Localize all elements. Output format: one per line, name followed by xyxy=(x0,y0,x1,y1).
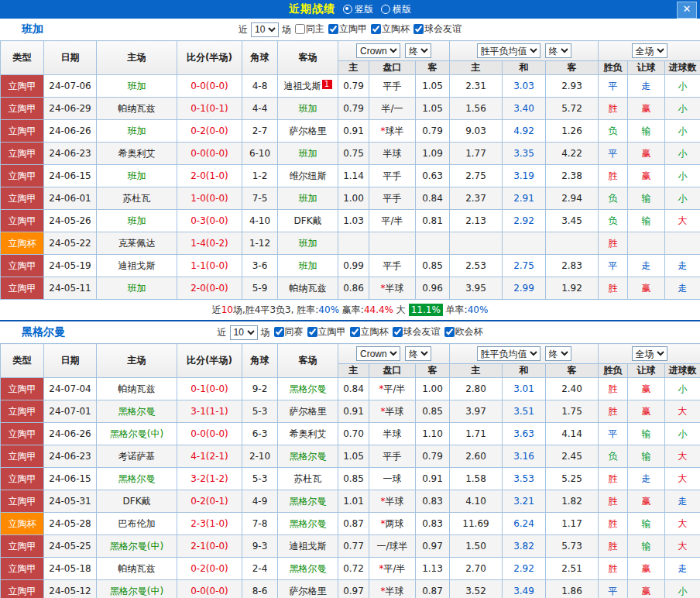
away-team-name[interactable]: 迪祖戈斯 xyxy=(290,541,327,552)
home-team-name[interactable]: 班加 xyxy=(128,81,146,91)
home-team-name[interactable]: DFK戴 xyxy=(122,496,150,507)
avg-odds-select[interactable]: 胜平负均值 xyxy=(477,43,540,58)
asian-away-odds-cell: 0.63 xyxy=(416,165,450,187)
filter-option-立陶甲[interactable]: 立陶甲 xyxy=(304,325,346,339)
away-team-name[interactable]: 班加 xyxy=(299,193,317,204)
result-cell: 平 xyxy=(599,580,628,598)
filter-checkbox[interactable] xyxy=(295,24,305,34)
radio-unselected-icon[interactable] xyxy=(381,5,390,14)
filter-checkbox[interactable] xyxy=(393,327,403,337)
home-team-name[interactable]: 帕纳瓦兹 xyxy=(118,383,156,394)
away-team-name[interactable]: 黑格尔曼 xyxy=(290,518,327,529)
home-team-name[interactable]: 黑格尔曼(中) xyxy=(110,428,163,439)
euro-final-select[interactable]: 终 xyxy=(545,43,571,58)
filter-checkbox[interactable] xyxy=(350,327,360,337)
home-team-name[interactable]: 考诺萨基 xyxy=(118,451,156,462)
filter-checkbox[interactable] xyxy=(328,24,338,34)
away-team-name[interactable]: 黑格尔曼 xyxy=(290,451,327,462)
filter-option-球会友谊[interactable]: 球会友谊 xyxy=(410,22,462,36)
avg-odds-select[interactable]: 胜平负均值 xyxy=(477,346,540,361)
filter-option-立陶杯[interactable]: 立陶杯 xyxy=(346,325,389,339)
home-team-name[interactable]: 迪祖戈斯 xyxy=(118,260,156,271)
recent-count-select[interactable]: 10 xyxy=(251,22,279,37)
away-team-name[interactable]: 班加 xyxy=(299,238,317,249)
close-icon[interactable]: ✕ xyxy=(677,2,697,19)
away-team-name[interactable]: 迪祖戈斯 xyxy=(284,81,321,91)
scope-select[interactable]: 全场 xyxy=(632,346,667,361)
handicap-result-cell: 输 xyxy=(628,210,665,232)
away-team-name[interactable]: 苏杜瓦 xyxy=(294,473,322,484)
filter-checkbox[interactable] xyxy=(444,327,455,337)
col-euro-home: 主 xyxy=(450,61,503,75)
home-team-cell: 考诺萨基 xyxy=(97,445,177,468)
bookmaker-select[interactable]: Crown xyxy=(356,346,400,361)
home-team-name[interactable]: 苏杜瓦 xyxy=(123,193,151,204)
scope-select[interactable]: 全场 xyxy=(632,43,667,58)
filter-checkbox[interactable] xyxy=(307,327,317,337)
away-team-name[interactable]: 希奥利艾 xyxy=(290,428,327,439)
away-team-name[interactable]: 班加 xyxy=(299,103,317,114)
asian-final-select[interactable]: 终 xyxy=(405,43,431,58)
asian-away-odds-cell: 0.85 xyxy=(416,400,450,423)
score-cell: 0-1(0-1) xyxy=(177,98,242,120)
euro-final-select[interactable]: 终 xyxy=(545,346,571,361)
home-team-name[interactable]: 克莱佩达 xyxy=(118,238,156,249)
date-cell: 24-05-25 xyxy=(44,535,97,558)
away-team-name[interactable]: 黑格尔曼 xyxy=(290,563,327,574)
away-team-name[interactable]: 帕纳瓦兹 xyxy=(290,283,327,294)
away-team-name[interactable]: 萨尔格里 xyxy=(290,125,327,136)
away-team-name[interactable]: 萨尔格里 xyxy=(290,586,327,596)
away-team-name[interactable]: 维尔纽斯 xyxy=(290,170,327,181)
home-team-cell: 帕纳瓦兹 xyxy=(97,98,177,120)
away-team-name[interactable]: 萨尔格里 xyxy=(290,406,327,417)
handicap-result-cell: 赢 xyxy=(628,143,665,165)
away-team-cell: 迪祖戈斯1 xyxy=(278,75,338,98)
asian-home-odds-cell: 0.70 xyxy=(338,423,369,445)
filter-option-立陶甲[interactable]: 立陶甲 xyxy=(324,22,367,36)
filter-option-欧会杯[interactable]: 欧会杯 xyxy=(441,325,483,339)
away-team-name[interactable]: 班加 xyxy=(299,260,317,271)
asterisk-mark: * xyxy=(379,563,383,574)
filter-option-同赛[interactable]: 同赛 xyxy=(270,325,304,339)
home-team-name[interactable]: 希奥利艾 xyxy=(118,148,156,159)
bookmaker-select[interactable]: Crown xyxy=(356,43,400,58)
filter-checkbox[interactable] xyxy=(371,24,381,34)
handicap-cell: *球半 xyxy=(369,120,416,143)
layout-radio-vertical[interactable]: 竖版 xyxy=(343,3,373,16)
filter-option-label: 立陶杯 xyxy=(361,325,389,339)
away-team-name[interactable]: 黑格尔曼 xyxy=(290,496,327,507)
handicap-result-cell: 输 xyxy=(628,445,665,468)
away-team-name[interactable]: DFK戴 xyxy=(293,215,321,226)
home-team-name[interactable]: 班加 xyxy=(128,283,146,294)
score-cell: 2-0(0-0) xyxy=(177,277,242,300)
home-team-name[interactable]: 黑格尔曼 xyxy=(118,473,156,484)
radio-selected-icon[interactable] xyxy=(343,5,352,14)
filter-option-label: 同赛 xyxy=(285,325,304,339)
home-team-name[interactable]: 班加 xyxy=(128,125,146,136)
home-team-name[interactable]: 帕纳瓦兹 xyxy=(118,103,156,114)
recent-count-select[interactable]: 10 xyxy=(230,325,258,340)
filter-checkbox[interactable] xyxy=(274,327,284,337)
home-team-name[interactable]: 巴布伦加 xyxy=(118,518,156,529)
asian-final-select[interactable]: 终 xyxy=(405,346,431,361)
home-team-name[interactable]: 帕纳瓦兹 xyxy=(118,563,156,574)
match-row: 立陶甲24-05-12黑格尔曼(中)0-0(0-0)8-6萨尔格里0.97*半球… xyxy=(1,580,700,598)
col-goals: 进球数 xyxy=(665,364,700,378)
filter-option-球会友谊[interactable]: 球会友谊 xyxy=(389,325,441,339)
filter-checkbox[interactable] xyxy=(413,24,424,34)
col-away: 客场 xyxy=(278,344,338,378)
col-score: 比分(半场) xyxy=(177,41,242,75)
home-team-name[interactable]: 黑格尔曼(中) xyxy=(110,586,163,596)
home-team-name[interactable]: 黑格尔曼 xyxy=(118,406,156,417)
summary-segment: 10 xyxy=(221,304,233,315)
goals-result-cell: 走 xyxy=(665,558,700,580)
filter-option-立陶杯[interactable]: 立陶杯 xyxy=(367,22,410,36)
home-team-name[interactable]: 班加 xyxy=(128,215,146,226)
home-team-name[interactable]: 黑格尔曼(中) xyxy=(110,541,163,552)
filter-option-同主[interactable]: 同主 xyxy=(291,22,324,36)
layout-radio-horizontal[interactable]: 横版 xyxy=(381,3,411,16)
home-team-name[interactable]: 班加 xyxy=(128,170,146,181)
asian-away-odds-cell: 1.05 xyxy=(416,98,450,120)
away-team-name[interactable]: 班加 xyxy=(299,148,317,159)
away-team-name[interactable]: 黑格尔曼 xyxy=(290,383,327,394)
